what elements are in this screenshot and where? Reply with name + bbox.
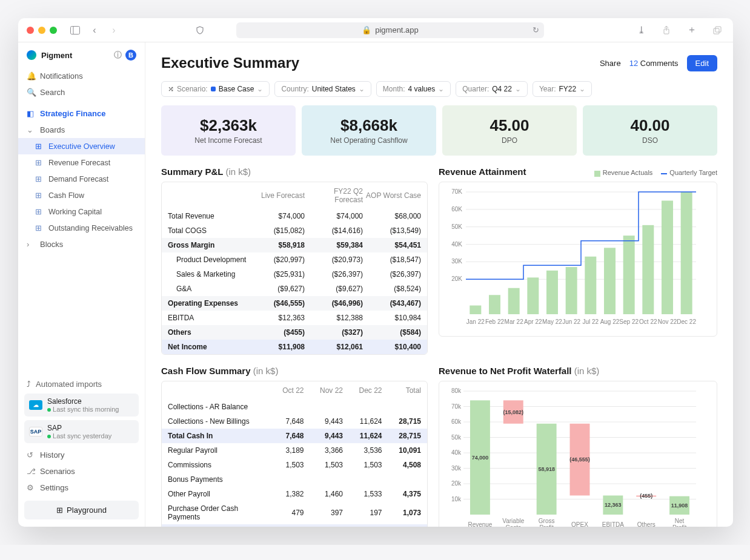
nav-icon: ↺ — [27, 450, 35, 460]
sidebar-board-item[interactable]: ⊞Demand Forecast — [18, 171, 145, 187]
svg-text:EBITDA: EBITDA — [602, 521, 624, 527]
kpi-card: 45.00DPO — [442, 105, 577, 156]
maximize-icon[interactable] — [50, 27, 57, 34]
sidebar-footer-item[interactable]: ↺History — [18, 447, 145, 463]
board-icon: ⊞ — [35, 158, 44, 167]
svg-text:Aug 22: Aug 22 — [600, 318, 620, 325]
legend-bar-icon — [594, 171, 600, 177]
help-icon[interactable]: ⓘ — [114, 50, 122, 61]
refresh-icon[interactable]: ↻ — [533, 25, 539, 35]
integration-card[interactable]: SAPSAP Last sync yesterday — [24, 420, 139, 443]
filter-pill[interactable]: Month:4 values⌄ — [376, 81, 451, 97]
svg-text:Net: Net — [675, 518, 685, 524]
svg-rect-28 — [681, 192, 692, 314]
svg-text:40k: 40k — [451, 449, 462, 456]
share-link[interactable]: Share — [600, 59, 621, 68]
nav-icon: ⚙ — [27, 483, 35, 492]
waterfall-chart: 10k20k30k40k50k60k70k80k74,000(15,082)58… — [439, 381, 717, 527]
table-row: Others($455)($327)($584) — [162, 325, 427, 340]
svg-rect-18 — [489, 295, 500, 314]
share-icon[interactable] — [659, 23, 674, 38]
grid-icon: ◧ — [27, 109, 35, 118]
filter-pill[interactable]: Country:United States⌄ — [274, 81, 371, 97]
url-bar[interactable]: 🔒 pigment.app ↻ — [236, 22, 544, 38]
edit-button[interactable]: Edit — [687, 55, 717, 71]
filter-bar: ⤮ Scenario:Base Case⌄Country:United Stat… — [161, 81, 717, 97]
sidebar-board-item[interactable]: ⊞Working Capital — [18, 203, 145, 220]
svg-text:Variable: Variable — [502, 518, 524, 524]
svg-text:(15,082): (15,082) — [503, 409, 524, 415]
svg-rect-25 — [623, 236, 635, 314]
chevron-down-icon: ⌄ — [257, 85, 263, 93]
minimize-icon[interactable] — [38, 27, 45, 34]
table-row: Total COGS($15,082)($14,616)($13,549) — [162, 223, 427, 238]
sidebar-notifications[interactable]: 🔔Notifications — [18, 68, 145, 84]
svg-rect-19 — [508, 288, 520, 314]
table-row: Collections - AR Balance — [162, 400, 427, 414]
chevron-down-icon: ⌄ — [438, 85, 444, 93]
titlebar: ‹ › 🔒 pigment.app ↻ ⤓ ＋ — [18, 18, 733, 42]
avatar[interactable]: B — [125, 50, 136, 61]
kpi-value: 40.00 — [589, 116, 711, 135]
lock-icon: 🔒 — [362, 25, 371, 35]
back-icon[interactable]: ‹ — [87, 23, 102, 38]
app-window: ‹ › 🔒 pigment.app ↻ ⤓ ＋ Pigment ⓘ B 🔔N — [18, 18, 733, 527]
integration-logo-icon: SAP — [29, 427, 42, 436]
kpi-label: Net Income Forecast — [167, 136, 290, 145]
svg-rect-22 — [566, 267, 577, 314]
sidebar-board-item[interactable]: ⊞Revenue Forecast — [18, 154, 145, 171]
forward-icon[interactable]: › — [107, 23, 121, 38]
filter-pill[interactable]: Quarter:Q4 22⌄ — [456, 81, 528, 97]
svg-text:Jun 22: Jun 22 — [562, 318, 580, 325]
svg-rect-24 — [604, 248, 616, 314]
svg-rect-0 — [71, 26, 80, 34]
kpi-label: Net Operating Cashflow — [308, 136, 430, 145]
sidebar-board-item[interactable]: ⊞Outstanding Receivables — [18, 220, 145, 236]
svg-text:(455): (455) — [640, 493, 652, 499]
table-row: Total Cash Out(6,552)(6,726)(6,769)(20,0… — [162, 524, 427, 527]
new-tab-icon[interactable]: ＋ — [685, 23, 699, 38]
playground-button[interactable]: ⊞Playground — [24, 501, 139, 519]
integration-card[interactable]: ☁Salesforce Last sync this morning — [24, 394, 139, 417]
sidebar-search[interactable]: 🔍Search — [18, 84, 145, 100]
integration-logo-icon: ☁ — [29, 400, 42, 410]
kpi-label: DPO — [448, 136, 571, 145]
sidebar-board-item[interactable]: ⊞Cash Flow — [18, 187, 145, 203]
board-icon: ⊞ — [35, 223, 44, 232]
svg-text:Costs: Costs — [506, 524, 522, 527]
kpi-card: $8,668kNet Operating Cashflow — [302, 105, 436, 156]
sidebar-boards-toggle[interactable]: ⌄Boards — [18, 122, 145, 138]
sidebar-blocks-toggle[interactable]: ›Blocks — [18, 236, 145, 252]
svg-text:May 22: May 22 — [542, 318, 562, 325]
table-row: Other Payroll1,3821,4601,5334,375 — [162, 487, 427, 501]
window-controls — [27, 27, 57, 34]
table-row: Net Income$11,908$12,061$10,400 — [162, 340, 427, 354]
kpi-card: 40.00DSO — [583, 105, 717, 156]
board-icon: ⊞ — [35, 207, 44, 216]
close-icon[interactable] — [27, 27, 34, 34]
sidebar-board-item[interactable]: ⊞Executive Overview — [18, 138, 145, 154]
kpi-value: $2,363k — [167, 116, 290, 135]
scenario-icon: ⤮ — [168, 85, 174, 93]
svg-text:70K: 70K — [451, 188, 462, 195]
table-row: Operating Expenses($46,555)($46,996)($43… — [162, 296, 427, 311]
download-icon[interactable]: ⤓ — [634, 23, 648, 38]
table-row: Total Revenue$74,000$74,000$68,000 — [162, 209, 427, 223]
sidebar-workspace[interactable]: ◧Strategic Finance — [18, 105, 145, 122]
filter-pill[interactable]: Year:FY22⌄ — [533, 81, 592, 97]
svg-rect-21 — [546, 271, 558, 314]
svg-text:10k: 10k — [451, 496, 462, 502]
svg-text:Nov 22: Nov 22 — [658, 318, 677, 325]
filter-pill[interactable]: ⤮ Scenario:Base Case⌄ — [161, 81, 270, 97]
revenue-chart-title: Revenue Attainment — [439, 166, 594, 177]
sidebar-footer-item[interactable]: ⎇Scenarios — [18, 463, 145, 479]
sidebar-footer-item[interactable]: ⚙Settings — [18, 479, 145, 496]
comments-link[interactable]: 12 Comments — [629, 59, 679, 68]
table-row: Bonus Payments — [162, 472, 427, 487]
table-row: G&A($9,627)($9,627)($8,524) — [162, 282, 427, 296]
tabs-icon[interactable] — [710, 23, 725, 38]
shield-icon[interactable] — [193, 23, 207, 38]
svg-rect-4 — [715, 27, 721, 32]
sidebar-toggle-icon[interactable] — [68, 23, 82, 38]
sidebar: Pigment ⓘ B 🔔Notifications 🔍Search ◧Stra… — [18, 42, 145, 527]
